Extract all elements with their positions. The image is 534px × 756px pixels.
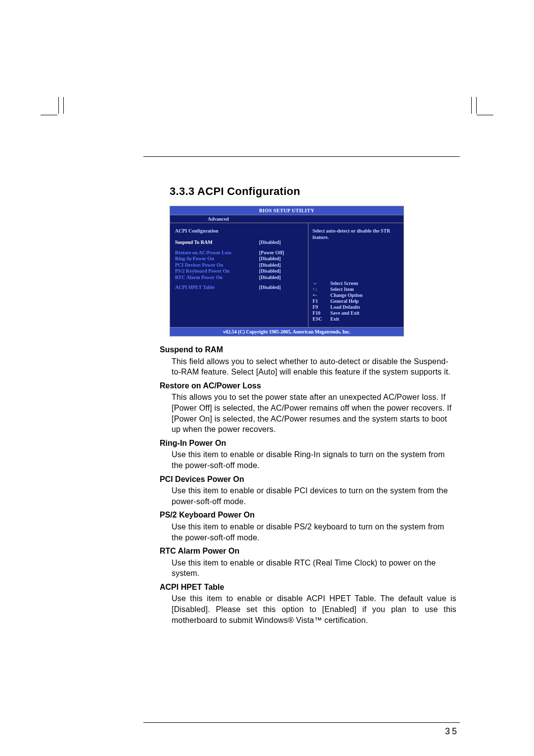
- item-title: RTC Alarm Power On: [160, 546, 456, 557]
- crop-mark: [471, 97, 472, 114]
- bios-key-row: F9Load Defaults: [312, 304, 400, 310]
- crop-mark: [477, 115, 493, 115]
- bios-tab: Advanced: [170, 215, 403, 223]
- bios-key: ↑↓: [312, 286, 330, 292]
- bios-key-help: ↔Select Screen↑↓Select Item+-Change Opti…: [312, 281, 400, 322]
- bios-left-pane: ACPI Configuration Suspend To RAM[Disabl…: [170, 223, 309, 327]
- bios-key-desc: Select Item: [330, 286, 354, 292]
- bios-setting-value: [Disabled]: [259, 239, 281, 246]
- bios-setting-value: [Disabled]: [259, 268, 281, 275]
- bottom-rule: [143, 722, 460, 723]
- bios-key-row: ESCExit: [312, 316, 400, 322]
- bios-setting-row: Restore on AC/Power Loss[Power Off]: [175, 250, 304, 256]
- bios-right-pane: Select auto-detect or disable the STR fe…: [309, 223, 403, 327]
- item-title: Suspend to RAM: [160, 344, 456, 355]
- bios-key: ↔: [312, 281, 330, 286]
- item-title: Ring-In Power On: [160, 438, 456, 449]
- item-title: PS/2 Keyboard Power On: [160, 510, 456, 520]
- bios-footer: v02.54 (C) Copyright 1985-2005, American…: [170, 327, 403, 336]
- bios-key-desc: Load Defaults: [330, 304, 360, 310]
- item-title: Restore on AC/Power Loss: [160, 380, 456, 391]
- bios-key: +-: [312, 292, 330, 298]
- bios-setting-row: Suspend To RAM[Disabled]: [175, 239, 304, 246]
- bios-key: F9: [312, 304, 330, 310]
- item-body: Use this item to enable or disable PS/2 …: [172, 521, 456, 543]
- item-title: ACPI HPET Table: [160, 582, 456, 593]
- item-body: Use this item to enable or disable Ring-…: [172, 449, 456, 471]
- bios-setting-label: RTC Alarm Power On: [175, 275, 259, 281]
- bios-key-desc: Select Screen: [330, 281, 358, 286]
- bios-body: ACPI Configuration Suspend To RAM[Disabl…: [170, 223, 403, 327]
- bios-setting-row: PS/2 Keyboard Power On[Disabled]: [175, 268, 304, 275]
- bios-setting-row: Ring-In Power On[Disabled]: [175, 256, 304, 262]
- bios-setting-row: RTC Alarm Power On[Disabled]: [175, 275, 304, 281]
- bios-key: ESC: [312, 316, 330, 322]
- bios-key: F10: [312, 310, 330, 316]
- bios-key-row: ↑↓Select Item: [312, 286, 400, 292]
- item-body: Use this item to enable or disable RTC (…: [172, 558, 456, 579]
- bios-key-desc: Change Option: [330, 292, 362, 298]
- bios-key-desc: Save and Exit: [330, 310, 359, 316]
- crop-mark: [58, 97, 59, 114]
- descriptions: Suspend to RAMThis field allows you to s…: [160, 344, 456, 625]
- bios-setting-row: PCI Devices Power On[Disabled]: [175, 262, 304, 269]
- bios-setting-label: ACPI HPET Table: [175, 284, 259, 291]
- bios-key-row: +-Change Option: [312, 292, 400, 298]
- bios-key-row: F1General Help: [312, 298, 400, 304]
- item-body: Use this item to enable or disable ACPI …: [172, 593, 456, 625]
- bios-setting-value: [Disabled]: [259, 262, 281, 269]
- bios-screenshot: BIOS SETUP UTILITY Advanced ACPI Configu…: [170, 206, 404, 336]
- section-title: 3.3.3 ACPI Configuration: [170, 185, 467, 198]
- bios-key: F1: [312, 298, 330, 304]
- bios-header: BIOS SETUP UTILITY: [170, 206, 403, 215]
- bios-setting-row: ACPI HPET Table[Disabled]: [175, 284, 304, 291]
- bios-setting-label: PS/2 Keyboard Power On: [175, 268, 259, 275]
- page: 3.3.3 ACPI Configuration BIOS SETUP UTIL…: [0, 0, 534, 756]
- bios-help-text: Select auto-detect or disable the STR fe…: [312, 228, 400, 240]
- bios-setting-label: Suspend To RAM: [175, 239, 259, 246]
- bios-setting-value: [Disabled]: [259, 284, 281, 291]
- crop-mark: [476, 97, 477, 114]
- item-title: PCI Devices Power On: [160, 474, 456, 485]
- bios-setting-label: PCI Devices Power On: [175, 262, 259, 269]
- crop-mark: [41, 115, 57, 115]
- bios-setting-value: [Disabled]: [259, 275, 281, 281]
- bios-key-row: F10Save and Exit: [312, 310, 400, 316]
- bios-key-desc: General Help: [330, 298, 359, 304]
- bios-key-desc: Exit: [330, 316, 339, 322]
- crop-mark: [63, 97, 64, 114]
- bios-setting-value: [Power Off]: [259, 250, 284, 256]
- item-body: Use this item to enable or disable PCI d…: [172, 485, 456, 507]
- bios-setting-label: Restore on AC/Power Loss: [175, 250, 259, 256]
- item-body: This allows you to set the power state a…: [172, 392, 456, 434]
- item-body: This field allows you to select whether …: [172, 356, 456, 378]
- bios-panel-title: ACPI Configuration: [175, 228, 304, 234]
- bios-key-row: ↔Select Screen: [312, 281, 400, 286]
- bios-setting-label: Ring-In Power On: [175, 256, 259, 262]
- bios-setting-value: [Disabled]: [259, 256, 281, 262]
- page-number: 35: [445, 726, 459, 737]
- content: 3.3.3 ACPI Configuration BIOS SETUP UTIL…: [151, 156, 467, 626]
